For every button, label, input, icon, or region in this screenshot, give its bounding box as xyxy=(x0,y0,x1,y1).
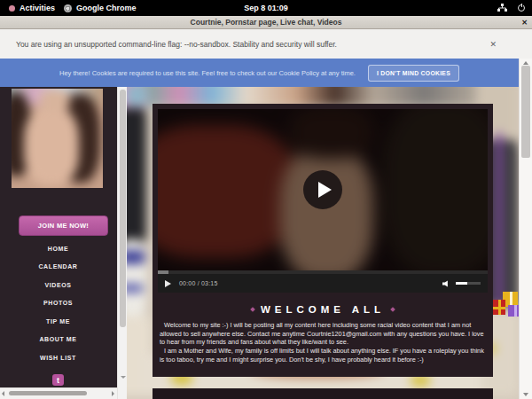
cookie-message: Hey there! Cookies are required to use t… xyxy=(59,69,356,77)
scrollbar-thumb[interactable] xyxy=(521,66,530,158)
window-titlebar: Courtnie, Pornstar page, Live chat, Vide… xyxy=(0,16,532,29)
volume-level[interactable] xyxy=(456,282,467,285)
video-controls: 00:00 / 03:15 xyxy=(158,274,488,293)
scroll-down-icon[interactable] xyxy=(121,376,126,379)
sidebar-horizontal-scrollbar[interactable] xyxy=(0,387,117,399)
scroll-up-icon[interactable] xyxy=(523,61,528,65)
lower-panel xyxy=(153,388,493,399)
heading-decor-icon xyxy=(250,307,255,312)
welcome-heading: WELCOME ALL xyxy=(153,304,493,315)
volume-icon[interactable] xyxy=(442,280,450,287)
play-overlay-button[interactable] xyxy=(303,170,342,209)
sidebar-item-about-me[interactable]: ABOUT ME xyxy=(0,331,116,349)
warning-close-icon[interactable]: ✕ xyxy=(489,40,497,49)
cookie-accept-button[interactable]: I DON'T MIND COOKIES xyxy=(368,65,459,82)
cookie-banner: Hey there! Cookies are required to use t… xyxy=(0,59,519,87)
page-scrollbar[interactable] xyxy=(519,59,532,399)
scroll-right-icon[interactable] xyxy=(112,391,114,396)
gift-icon xyxy=(492,300,505,315)
sidebar-item-wish-list[interactable]: WISH LIST xyxy=(0,348,116,367)
chrome-taskbar-label: Google Chrome xyxy=(76,4,137,12)
video-time: 00:00 / 03:15 xyxy=(179,280,217,286)
heading-decor-icon xyxy=(390,307,395,312)
gnome-top-bar: Activities Google Chrome Sep 8 01:09 xyxy=(0,0,532,16)
welcome-body: Welcome to my site :-) I will be posting… xyxy=(160,321,486,364)
activities-label: Activities xyxy=(20,4,55,12)
gift-icon xyxy=(508,305,519,317)
play-icon xyxy=(318,182,332,198)
scrollbar-thumb[interactable] xyxy=(120,90,126,327)
clock-label[interactable]: Sep 8 01:09 xyxy=(244,4,288,12)
warning-text: You are using an unsupported command-lin… xyxy=(16,40,337,49)
sidebar-nav: HOME CALENDAR VIDEOS PHOTOS TIP ME ABOUT… xyxy=(0,239,116,367)
activities-indicator-icon xyxy=(9,5,15,12)
desktop-screen: Activities Google Chrome Sep 8 01:09 Cou… xyxy=(0,0,532,399)
sidebar-item-calendar[interactable]: CALENDAR xyxy=(0,258,116,277)
welcome-paragraph: I am a Mother and Wife, my family is off… xyxy=(160,347,486,364)
activities-button[interactable]: Activities xyxy=(9,4,55,12)
sidebar-item-home[interactable]: HOME xyxy=(0,239,116,258)
sidebar-item-tip-me[interactable]: TIP ME xyxy=(0,312,116,331)
sidebar: JOIN ME NOW! HOME CALENDAR VIDEOS PHOTOS… xyxy=(0,87,117,387)
chrome-taskbar-item[interactable]: Google Chrome xyxy=(64,4,137,12)
power-icon[interactable] xyxy=(518,4,525,12)
window-close-icon[interactable]: ✕ xyxy=(521,16,528,29)
sidebar-item-photos[interactable]: PHOTOS xyxy=(0,294,116,313)
chrome-icon xyxy=(64,4,72,12)
twitter-icon[interactable]: t xyxy=(52,374,64,386)
scroll-down-icon[interactable] xyxy=(523,393,528,396)
volume-slider[interactable] xyxy=(467,282,481,285)
video-play-button[interactable] xyxy=(165,280,171,287)
network-icon[interactable] xyxy=(497,4,507,12)
sidebar-item-videos[interactable]: VIDEOS xyxy=(0,276,116,294)
scrollbar-thumb[interactable] xyxy=(9,391,87,395)
sidebar-vertical-scrollbar[interactable] xyxy=(117,87,127,399)
welcome-paragraph: Welcome to my site :-) I will be posting… xyxy=(160,321,486,347)
warning-bar: You are using an unsupported command-lin… xyxy=(0,29,532,59)
video-player[interactable]: 00:00 / 03:15 xyxy=(158,109,488,293)
profile-photo xyxy=(12,89,103,188)
content-panel: 00:00 / 03:15 WELCOME ALL Welcome to my … xyxy=(153,104,493,377)
welcome-heading-text: WELCOME ALL xyxy=(261,304,385,315)
scroll-left-icon[interactable] xyxy=(2,391,4,396)
join-now-button[interactable]: JOIN ME NOW! xyxy=(19,215,108,236)
window-title: Courtnie, Pornstar page, Live chat, Vide… xyxy=(191,18,342,27)
